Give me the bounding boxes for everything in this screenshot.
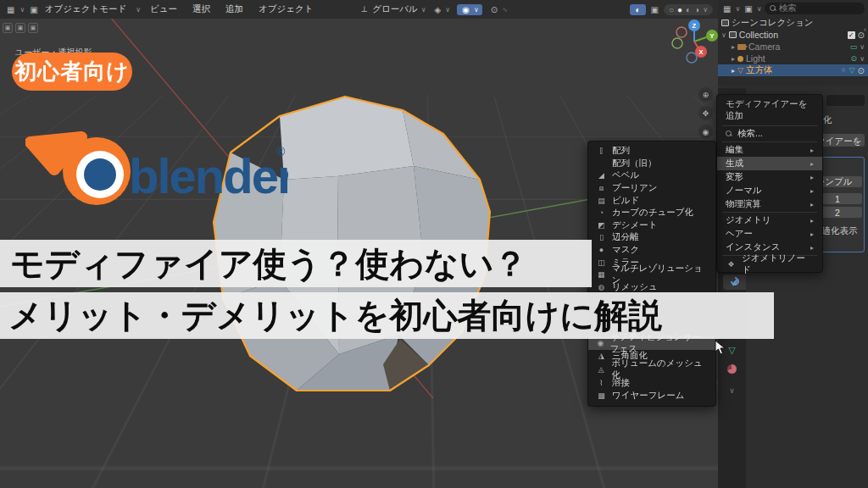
array-icon: ⫿ (596, 147, 607, 156)
menu-item-generate[interactable]: 生成▸ (717, 157, 822, 170)
svg-text:Z: Z (693, 22, 697, 30)
outliner-row-collection[interactable]: ∨ Collection ✓ ⊙ (718, 29, 868, 41)
menu-item-wireframe[interactable]: ▩ワイヤーフレーム (588, 389, 715, 402)
xray-toggle[interactable]: ◐ (630, 4, 645, 15)
light-label: Light (746, 53, 765, 64)
editor-type-icon[interactable]: ▦ (5, 5, 16, 14)
move-viewport-button[interactable]: ✥ (698, 106, 713, 120)
select-subtract-icon[interactable]: ▣ (28, 23, 38, 33)
menu-item-deform[interactable]: 変形▸ (717, 170, 822, 184)
collapse-icon[interactable]: ▸ (732, 67, 735, 75)
menu-title: モディファイアーを追加 (717, 95, 822, 125)
shading-mode-group[interactable]: ○ ● ◐ ◑ ∨ (664, 4, 713, 15)
mouse-cursor (715, 340, 726, 355)
menu-item-array[interactable]: ⫿配列 (588, 145, 715, 158)
snap-icon: ◈ (433, 5, 443, 14)
tab-strip-expand[interactable]: ∨ (723, 383, 741, 398)
collection-icon (729, 31, 737, 38)
menu-item-normals[interactable]: ノーマル▸ (717, 184, 822, 197)
tab-modifier-properties[interactable] (723, 274, 746, 290)
new-collection-icon[interactable]: ▣ (743, 4, 754, 14)
collapse-icon[interactable]: ▸ (732, 43, 735, 51)
geometry-nodes-icon: ❖ (726, 260, 737, 269)
xray-icon: ◐ (633, 5, 642, 14)
properties-breadcrumb[interactable] (826, 95, 865, 106)
solid-shading-icon[interactable]: ● (677, 5, 682, 14)
menu-item-geometry[interactable]: ジオメトリ▸ (717, 214, 822, 227)
menu-item-edit[interactable]: 編集▸ (717, 143, 822, 157)
chevron-down-icon: ∨ (735, 5, 740, 13)
proportional-edit-toggle[interactable]: ⊙ ∿ (486, 4, 511, 15)
overlays-icon[interactable]: ▣ (649, 5, 660, 14)
menu-item-volume-to-mesh[interactable]: ◬ボリュームのメッシュ化 (588, 363, 715, 376)
filter-icon[interactable]: ▦ (721, 4, 732, 14)
camera-view-button[interactable]: ◉ (698, 125, 713, 139)
mode-dropdown[interactable]: オブジェクトモード (43, 3, 132, 15)
menu-object[interactable]: オブジェクト (253, 3, 319, 15)
menu-item-physics[interactable]: 物理演算▸ (717, 197, 822, 211)
snap-toggle[interactable]: ◈ ∨ (430, 4, 454, 15)
subsurf-modifier-icon: ▽ (849, 66, 855, 75)
svg-text:blender: blender (129, 148, 288, 203)
wireframe-shading-icon[interactable]: ○ (669, 5, 674, 14)
menu-item-multires[interactable]: ▦マルチレゾリューション (588, 269, 715, 281)
search-placeholder: 検索 (779, 3, 797, 14)
levels-viewport-value: 1 (835, 194, 840, 204)
select-new-icon[interactable]: ▣ (3, 23, 13, 33)
select-tool-buttons[interactable]: ▣ ▣ ▣ (3, 23, 38, 33)
menu-item-geometry-nodes[interactable]: ❖ ジオメトリノード (717, 257, 822, 272)
search-label: 検索... (737, 128, 763, 140)
menu-select[interactable]: 選択 (186, 3, 216, 15)
light-icon (737, 56, 743, 62)
material-icon (727, 364, 737, 374)
chevron-down-icon: ∨ (445, 6, 450, 14)
menu-item-mask[interactable]: ●マスク (588, 244, 715, 257)
volume-mesh-icon: ◬ (596, 365, 607, 374)
outliner-row-camera[interactable]: ▸ Camera ▭ ∨ (718, 41, 868, 53)
menu-item-decimate[interactable]: ◩デシメート (588, 219, 715, 232)
outliner-row-cube-selected[interactable]: ▸ ▽ 立方体 ✧ ▽ ⊙ (718, 64, 868, 76)
menu-item-build[interactable]: ▤ビルド (588, 194, 715, 207)
remesh-icon: ◍ (596, 283, 607, 291)
boolean-icon: ⧈ (596, 184, 607, 193)
tab-material[interactable] (723, 361, 741, 376)
orientation-dropdown[interactable]: グローバル (372, 3, 417, 15)
menu-item-hair[interactable]: ヘアー▸ (717, 227, 822, 241)
wrench-icon (730, 277, 740, 287)
camera-label: Camera (748, 42, 780, 52)
eye-closed-icon[interactable]: ∨ (860, 55, 865, 63)
submenu-arrow-icon: ▸ (810, 174, 814, 181)
title-line-1: モディファイア使う？使わない？ (0, 240, 592, 287)
snap-magnet-toggle[interactable]: ◉ ∨ (457, 4, 482, 15)
menu-item-edge-split[interactable]: ▯辺分離 (588, 231, 715, 244)
menu-item-search[interactable]: 検索... (717, 127, 822, 141)
submenu-arrow-icon: ▸ (810, 244, 814, 252)
search-icon (726, 130, 732, 137)
falloff-icon: ∿ (502, 6, 508, 14)
outliner-row-scene-collection[interactable]: シーンコレクション (718, 17, 868, 29)
navigation-gizmo[interactable]: Z Y X (670, 17, 719, 66)
eye-closed-icon[interactable]: ∨ (860, 43, 865, 51)
submenu-arrow-icon: ▸ (810, 230, 814, 238)
outliner-search-input[interactable]: 検索 (765, 3, 865, 14)
menu-item-boolean[interactable]: ⧈ブーリアン (588, 182, 715, 195)
menu-add[interactable]: 追加 (220, 3, 249, 15)
collection-checkbox[interactable]: ✓ (848, 31, 855, 39)
title-line-2: メリット・デメリットを初心者向けに解説 (0, 292, 774, 339)
beginner-badge: 初心者向け (12, 53, 132, 91)
rendered-shading-icon[interactable]: ◑ (694, 5, 699, 14)
expand-icon[interactable]: ∨ (721, 31, 726, 39)
menu-item-curve-tube[interactable]: ◔カーブのチューブ化 (588, 207, 715, 219)
sidebar-collapse-arrow[interactable]: ‹ (864, 25, 866, 34)
eye-icon[interactable]: ⊙ (858, 66, 865, 75)
outliner-row-light[interactable]: ▸ Light ⊙ ∨ (718, 53, 868, 64)
viewport-header: ▦ ∨ ▣ オブジェクトモード ∨ ビュー 選択 追加 オブジェクト ⟂ グロー… (0, 0, 718, 19)
select-extend-icon[interactable]: ▣ (15, 23, 25, 33)
menu-item-bevel[interactable]: ◢ベベル (588, 169, 715, 182)
collapse-icon[interactable]: ▸ (732, 55, 735, 63)
zoom-viewport-button[interactable]: ⊕ (698, 87, 713, 102)
menu-view[interactable]: ビュー (144, 3, 183, 15)
material-shading-icon[interactable]: ◐ (686, 5, 691, 14)
chevron-down-icon: ∨ (703, 6, 708, 14)
menu-item-array-legacy[interactable]: 配列（旧） (588, 158, 715, 170)
